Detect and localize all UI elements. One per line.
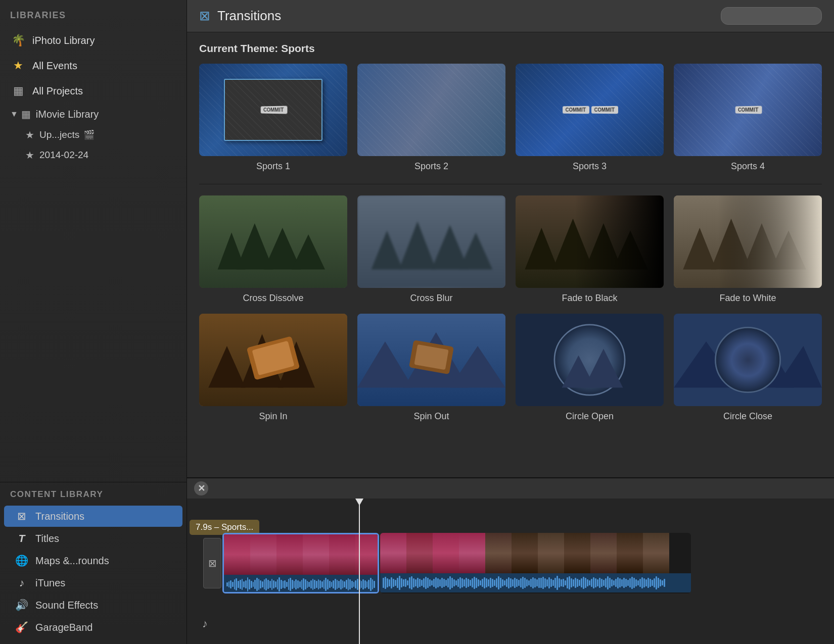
- timeline-transition-icon: ⊠: [208, 557, 217, 569]
- projects-label: Up...jects: [39, 129, 79, 140]
- transition-crossblur[interactable]: Cross Blur: [357, 195, 505, 304]
- sidebar-item-projects[interactable]: ★ Up...jects 🎬: [15, 125, 187, 145]
- timeline-playhead: [359, 499, 360, 644]
- fadetowhite-label: Fade to White: [719, 293, 776, 304]
- svg-rect-21: [674, 195, 822, 288]
- soundeffects-label: Sound Effects: [35, 600, 98, 611]
- imovie-library-label: iMovie Library: [36, 109, 99, 120]
- main-panel: ⊠ Transitions 🔍 Current Theme: Sports CO…: [187, 0, 834, 644]
- transitions-header: ⊠ Transitions 🔍: [187, 0, 834, 32]
- transition-crossdissolve[interactable]: Cross Dissolve: [199, 195, 347, 304]
- titles-icon: T: [14, 532, 29, 544]
- transition-sports3[interactable]: COMMIT COMMIT Sports 3: [516, 64, 664, 172]
- timeline-area: 7.9s – Sports... ⊠: [187, 499, 834, 644]
- transition-spinin[interactable]: Spin In: [199, 314, 347, 422]
- transition-sports2[interactable]: Sports 2: [357, 64, 505, 172]
- section-divider: [199, 184, 822, 184]
- projects-star-icon: ★: [25, 129, 34, 141]
- transition-spinout[interactable]: Spin Out: [357, 314, 505, 422]
- theme-label: Current Theme: Sports: [199, 42, 822, 55]
- date-label: 2014-02-24: [39, 150, 88, 161]
- content-item-titles[interactable]: T Titles: [4, 528, 182, 549]
- close-icon: ✕: [198, 483, 205, 494]
- timeline-toolbar: ✕: [187, 478, 834, 499]
- sidebar-item-iphoto[interactable]: 🌴 iPhoto Library: [0, 28, 187, 53]
- allprojects-icon: ▦: [10, 83, 26, 99]
- crossblur-label: Cross Blur: [410, 293, 452, 304]
- garageband-label: GarageBand: [35, 622, 92, 633]
- maps-icon: 🌐: [14, 555, 29, 567]
- content-item-soundeffects[interactable]: 🔊 Sound Effects: [4, 595, 182, 616]
- thumb-sports3: COMMIT COMMIT: [516, 64, 664, 156]
- circleopen-label: Circle Open: [566, 411, 614, 422]
- transitions-icon: ⊠: [14, 510, 29, 522]
- soundeffects-icon: 🔊: [14, 599, 29, 611]
- thumb-sports1: COMMIT: [199, 64, 347, 156]
- content-item-itunes[interactable]: ♪ iTunes: [4, 572, 182, 593]
- spinout-label: Spin Out: [413, 411, 449, 422]
- date-star-icon: ★: [25, 149, 34, 161]
- thumb-spinout: [357, 314, 505, 406]
- transition-fadetoblack[interactable]: Fade to Black: [516, 195, 664, 304]
- projects-film-icon: 🎬: [83, 129, 95, 140]
- libraries-section: LIBRARIES 🌴 iPhoto Library ★ All Events …: [0, 0, 187, 482]
- content-item-maps[interactable]: 🌐 Maps &...rounds: [4, 550, 182, 571]
- spinin-label: Spin In: [259, 411, 287, 422]
- content-library-header: CONTENT LIBRARY: [0, 489, 187, 505]
- playhead-triangle: [355, 499, 363, 506]
- thumb-circleopen: [516, 314, 664, 406]
- clip-frames: [224, 534, 378, 575]
- itunes-icon: ♪: [14, 577, 29, 589]
- circleclose-label: Circle Close: [723, 411, 772, 422]
- timeline-close-button[interactable]: ✕: [194, 481, 208, 496]
- svg-rect-0: [199, 195, 347, 288]
- content-item-transitions[interactable]: ⊠ Transitions: [4, 506, 182, 527]
- sidebar-item-imovielibrary[interactable]: ▼ ▦ iMovie Library: [0, 104, 187, 125]
- titles-label: Titles: [35, 533, 59, 544]
- sidebar-item-allprojects[interactable]: ▦ All Projects: [0, 78, 187, 104]
- search-input[interactable]: [721, 7, 822, 25]
- transitions-title-group: ⊠ Transitions: [199, 8, 281, 24]
- maps-label: Maps &...rounds: [35, 555, 109, 567]
- transition-circleopen[interactable]: Circle Open: [516, 314, 664, 422]
- allevents-icon: ★: [10, 58, 26, 74]
- thumb-circleclose: [674, 314, 822, 406]
- tree-arrow: ▼: [10, 110, 18, 119]
- transitions-header-icon: ⊠: [199, 8, 210, 24]
- thumb-fadetoblack: [516, 195, 664, 288]
- audio-track-area: ♪: [202, 614, 829, 634]
- libraries-header: LIBRARIES: [0, 10, 187, 28]
- garageband-icon: 🎸: [14, 621, 29, 633]
- itunes-label: iTunes: [35, 577, 65, 589]
- allevents-label: All Events: [32, 60, 77, 72]
- iphoto-icon: 🌴: [10, 32, 26, 48]
- transition-sports1[interactable]: COMMIT Sports 1: [199, 64, 347, 172]
- crossdissolve-label: Cross Dissolve: [243, 293, 303, 304]
- thumb-fadetowhite: [674, 195, 822, 288]
- transition-fadetowhite[interactable]: Fade to White: [674, 195, 822, 304]
- thumb-sports4: COMMIT: [674, 64, 822, 156]
- search-wrapper: 🔍: [721, 7, 822, 25]
- content-item-garageband[interactable]: 🎸 GarageBand: [4, 617, 182, 638]
- content-library-section: CONTENT LIBRARY ⊠ Transitions T Titles 🌐…: [0, 482, 187, 644]
- sports1-label: Sports 1: [256, 161, 290, 172]
- video-clip-right[interactable]: [380, 533, 691, 593]
- thumb-sports2: [357, 64, 505, 156]
- transition-circleclose[interactable]: Circle Close: [674, 314, 822, 422]
- audio-icon: ♪: [202, 617, 208, 630]
- sidebar-item-allevents[interactable]: ★ All Events: [0, 53, 187, 78]
- transition-sports4[interactable]: COMMIT Sports 4: [674, 64, 822, 172]
- sidebar-item-date[interactable]: ★ 2014-02-24: [15, 145, 187, 165]
- theme-transitions-grid: COMMIT Sports 1 Sports 2 COMMIT COM: [199, 64, 822, 172]
- fadetoblack-label: Fade to Black: [562, 293, 617, 304]
- sports2-label: Sports 2: [414, 161, 448, 172]
- allprojects-label: All Projects: [32, 85, 83, 97]
- imovie-library-children: ★ Up...jects 🎬 ★ 2014-02-24: [0, 125, 187, 165]
- timeline-section: ✕ 7.9s – Sports... ⊠: [187, 477, 834, 644]
- timeline-transition-btn[interactable]: ⊠: [203, 538, 221, 588]
- video-clip-selected[interactable]: [222, 533, 379, 593]
- svg-rect-15: [516, 195, 664, 288]
- svg-rect-5: [357, 195, 505, 288]
- video-track: ⊠: [202, 533, 829, 593]
- thumb-crossdissolve: [199, 195, 347, 288]
